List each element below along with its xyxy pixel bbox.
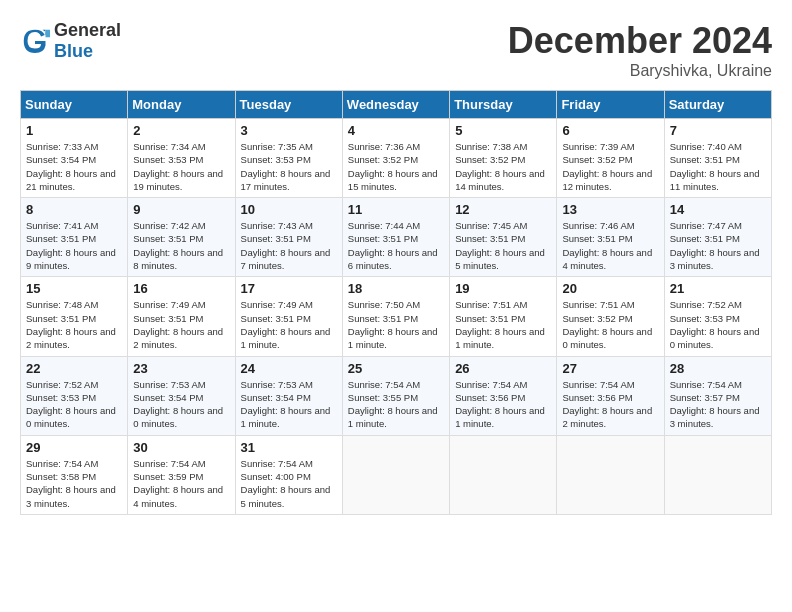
calendar-cell: 20 Sunrise: 7:51 AM Sunset: 3:52 PM Dayl… bbox=[557, 277, 664, 356]
calendar-cell: 27 Sunrise: 7:54 AM Sunset: 3:56 PM Dayl… bbox=[557, 356, 664, 435]
day-number: 1 bbox=[26, 123, 122, 138]
day-info: Sunrise: 7:35 AM Sunset: 3:53 PM Dayligh… bbox=[241, 140, 337, 193]
calendar-cell bbox=[557, 435, 664, 514]
day-number: 4 bbox=[348, 123, 444, 138]
day-info: Sunrise: 7:42 AM Sunset: 3:51 PM Dayligh… bbox=[133, 219, 229, 272]
calendar-cell: 18 Sunrise: 7:50 AM Sunset: 3:51 PM Dayl… bbox=[342, 277, 449, 356]
calendar-cell: 6 Sunrise: 7:39 AM Sunset: 3:52 PM Dayli… bbox=[557, 119, 664, 198]
day-number: 25 bbox=[348, 361, 444, 376]
day-number: 14 bbox=[670, 202, 766, 217]
day-of-week-header: Saturday bbox=[664, 91, 771, 119]
calendar-table: SundayMondayTuesdayWednesdayThursdayFrid… bbox=[20, 90, 772, 515]
calendar-cell: 12 Sunrise: 7:45 AM Sunset: 3:51 PM Dayl… bbox=[450, 198, 557, 277]
calendar-cell: 21 Sunrise: 7:52 AM Sunset: 3:53 PM Dayl… bbox=[664, 277, 771, 356]
day-info: Sunrise: 7:54 AM Sunset: 3:58 PM Dayligh… bbox=[26, 457, 122, 510]
day-info: Sunrise: 7:45 AM Sunset: 3:51 PM Dayligh… bbox=[455, 219, 551, 272]
day-of-week-header: Sunday bbox=[21, 91, 128, 119]
day-number: 19 bbox=[455, 281, 551, 296]
calendar-cell: 25 Sunrise: 7:54 AM Sunset: 3:55 PM Dayl… bbox=[342, 356, 449, 435]
day-number: 20 bbox=[562, 281, 658, 296]
day-of-week-header: Monday bbox=[128, 91, 235, 119]
calendar-week-row: 15 Sunrise: 7:48 AM Sunset: 3:51 PM Dayl… bbox=[21, 277, 772, 356]
calendar-cell: 5 Sunrise: 7:38 AM Sunset: 3:52 PM Dayli… bbox=[450, 119, 557, 198]
day-info: Sunrise: 7:34 AM Sunset: 3:53 PM Dayligh… bbox=[133, 140, 229, 193]
day-info: Sunrise: 7:51 AM Sunset: 3:52 PM Dayligh… bbox=[562, 298, 658, 351]
calendar-cell: 1 Sunrise: 7:33 AM Sunset: 3:54 PM Dayli… bbox=[21, 119, 128, 198]
calendar-cell: 16 Sunrise: 7:49 AM Sunset: 3:51 PM Dayl… bbox=[128, 277, 235, 356]
day-number: 13 bbox=[562, 202, 658, 217]
day-info: Sunrise: 7:54 AM Sunset: 3:55 PM Dayligh… bbox=[348, 378, 444, 431]
day-info: Sunrise: 7:41 AM Sunset: 3:51 PM Dayligh… bbox=[26, 219, 122, 272]
day-number: 27 bbox=[562, 361, 658, 376]
calendar-cell: 28 Sunrise: 7:54 AM Sunset: 3:57 PM Dayl… bbox=[664, 356, 771, 435]
day-of-week-header: Friday bbox=[557, 91, 664, 119]
calendar-header-row: SundayMondayTuesdayWednesdayThursdayFrid… bbox=[21, 91, 772, 119]
day-number: 23 bbox=[133, 361, 229, 376]
day-info: Sunrise: 7:50 AM Sunset: 3:51 PM Dayligh… bbox=[348, 298, 444, 351]
day-number: 8 bbox=[26, 202, 122, 217]
calendar-cell: 30 Sunrise: 7:54 AM Sunset: 3:59 PM Dayl… bbox=[128, 435, 235, 514]
calendar-cell: 15 Sunrise: 7:48 AM Sunset: 3:51 PM Dayl… bbox=[21, 277, 128, 356]
calendar-cell: 22 Sunrise: 7:52 AM Sunset: 3:53 PM Dayl… bbox=[21, 356, 128, 435]
day-number: 6 bbox=[562, 123, 658, 138]
calendar-cell: 3 Sunrise: 7:35 AM Sunset: 3:53 PM Dayli… bbox=[235, 119, 342, 198]
location-title: Baryshivka, Ukraine bbox=[508, 62, 772, 80]
calendar-cell: 17 Sunrise: 7:49 AM Sunset: 3:51 PM Dayl… bbox=[235, 277, 342, 356]
day-number: 9 bbox=[133, 202, 229, 217]
calendar-week-row: 29 Sunrise: 7:54 AM Sunset: 3:58 PM Dayl… bbox=[21, 435, 772, 514]
day-info: Sunrise: 7:39 AM Sunset: 3:52 PM Dayligh… bbox=[562, 140, 658, 193]
calendar-cell: 24 Sunrise: 7:53 AM Sunset: 3:54 PM Dayl… bbox=[235, 356, 342, 435]
day-info: Sunrise: 7:38 AM Sunset: 3:52 PM Dayligh… bbox=[455, 140, 551, 193]
day-number: 17 bbox=[241, 281, 337, 296]
day-info: Sunrise: 7:47 AM Sunset: 3:51 PM Dayligh… bbox=[670, 219, 766, 272]
title-block: December 2024 Baryshivka, Ukraine bbox=[508, 20, 772, 80]
month-title: December 2024 bbox=[508, 20, 772, 62]
day-info: Sunrise: 7:54 AM Sunset: 3:56 PM Dayligh… bbox=[562, 378, 658, 431]
day-info: Sunrise: 7:51 AM Sunset: 3:51 PM Dayligh… bbox=[455, 298, 551, 351]
day-of-week-header: Tuesday bbox=[235, 91, 342, 119]
calendar-cell bbox=[342, 435, 449, 514]
day-info: Sunrise: 7:49 AM Sunset: 3:51 PM Dayligh… bbox=[241, 298, 337, 351]
day-number: 28 bbox=[670, 361, 766, 376]
day-info: Sunrise: 7:54 AM Sunset: 3:59 PM Dayligh… bbox=[133, 457, 229, 510]
day-number: 16 bbox=[133, 281, 229, 296]
day-info: Sunrise: 7:49 AM Sunset: 3:51 PM Dayligh… bbox=[133, 298, 229, 351]
day-number: 30 bbox=[133, 440, 229, 455]
calendar-week-row: 22 Sunrise: 7:52 AM Sunset: 3:53 PM Dayl… bbox=[21, 356, 772, 435]
calendar-cell: 13 Sunrise: 7:46 AM Sunset: 3:51 PM Dayl… bbox=[557, 198, 664, 277]
day-number: 31 bbox=[241, 440, 337, 455]
day-info: Sunrise: 7:40 AM Sunset: 3:51 PM Dayligh… bbox=[670, 140, 766, 193]
day-number: 2 bbox=[133, 123, 229, 138]
calendar-cell: 9 Sunrise: 7:42 AM Sunset: 3:51 PM Dayli… bbox=[128, 198, 235, 277]
day-info: Sunrise: 7:52 AM Sunset: 3:53 PM Dayligh… bbox=[26, 378, 122, 431]
logo-name: General Blue bbox=[54, 20, 121, 62]
calendar-cell: 29 Sunrise: 7:54 AM Sunset: 3:58 PM Dayl… bbox=[21, 435, 128, 514]
calendar-week-row: 1 Sunrise: 7:33 AM Sunset: 3:54 PM Dayli… bbox=[21, 119, 772, 198]
day-info: Sunrise: 7:43 AM Sunset: 3:51 PM Dayligh… bbox=[241, 219, 337, 272]
day-info: Sunrise: 7:52 AM Sunset: 3:53 PM Dayligh… bbox=[670, 298, 766, 351]
day-info: Sunrise: 7:36 AM Sunset: 3:52 PM Dayligh… bbox=[348, 140, 444, 193]
day-number: 11 bbox=[348, 202, 444, 217]
calendar-cell bbox=[450, 435, 557, 514]
day-info: Sunrise: 7:54 AM Sunset: 4:00 PM Dayligh… bbox=[241, 457, 337, 510]
calendar-cell: 10 Sunrise: 7:43 AM Sunset: 3:51 PM Dayl… bbox=[235, 198, 342, 277]
day-number: 24 bbox=[241, 361, 337, 376]
day-of-week-header: Wednesday bbox=[342, 91, 449, 119]
calendar-week-row: 8 Sunrise: 7:41 AM Sunset: 3:51 PM Dayli… bbox=[21, 198, 772, 277]
calendar-cell: 7 Sunrise: 7:40 AM Sunset: 3:51 PM Dayli… bbox=[664, 119, 771, 198]
day-number: 21 bbox=[670, 281, 766, 296]
day-info: Sunrise: 7:33 AM Sunset: 3:54 PM Dayligh… bbox=[26, 140, 122, 193]
calendar-cell: 8 Sunrise: 7:41 AM Sunset: 3:51 PM Dayli… bbox=[21, 198, 128, 277]
calendar-cell: 31 Sunrise: 7:54 AM Sunset: 4:00 PM Dayl… bbox=[235, 435, 342, 514]
day-number: 29 bbox=[26, 440, 122, 455]
day-number: 10 bbox=[241, 202, 337, 217]
calendar-cell: 14 Sunrise: 7:47 AM Sunset: 3:51 PM Dayl… bbox=[664, 198, 771, 277]
calendar-cell: 2 Sunrise: 7:34 AM Sunset: 3:53 PM Dayli… bbox=[128, 119, 235, 198]
day-number: 15 bbox=[26, 281, 122, 296]
day-info: Sunrise: 7:44 AM Sunset: 3:51 PM Dayligh… bbox=[348, 219, 444, 272]
calendar-cell: 11 Sunrise: 7:44 AM Sunset: 3:51 PM Dayl… bbox=[342, 198, 449, 277]
day-number: 26 bbox=[455, 361, 551, 376]
day-info: Sunrise: 7:53 AM Sunset: 3:54 PM Dayligh… bbox=[133, 378, 229, 431]
calendar-cell: 26 Sunrise: 7:54 AM Sunset: 3:56 PM Dayl… bbox=[450, 356, 557, 435]
calendar-cell: 19 Sunrise: 7:51 AM Sunset: 3:51 PM Dayl… bbox=[450, 277, 557, 356]
